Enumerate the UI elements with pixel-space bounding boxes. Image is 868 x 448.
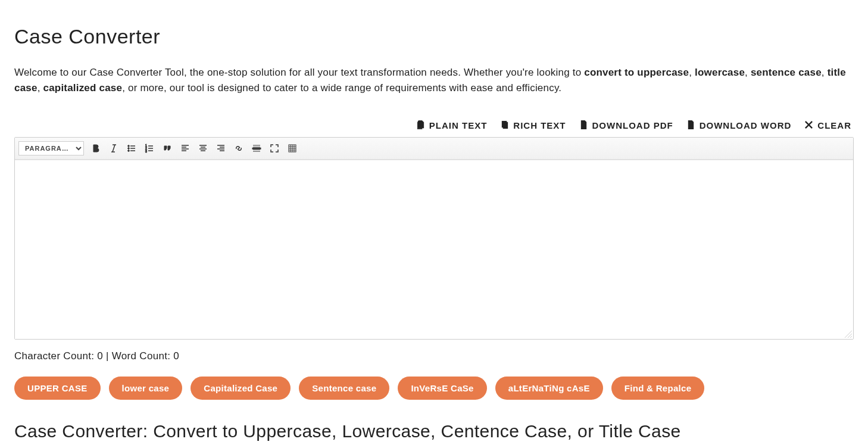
lower-case-button[interactable]: lower case — [109, 377, 183, 400]
align-center-button[interactable] — [197, 142, 209, 154]
intro-bold-lowercase: lowercase — [695, 67, 745, 78]
intro-bold-uppercase: convert to uppercase — [584, 67, 689, 78]
file-word-icon — [686, 120, 695, 131]
rich-text-label: RICH TEXT — [513, 120, 566, 130]
file-pdf-icon — [579, 120, 588, 131]
copy-icon — [500, 120, 509, 131]
char-count-value: 0 — [97, 350, 103, 362]
plain-text-label: PLAIN TEXT — [429, 120, 488, 130]
sub-heading: Case Converter: Convert to Uppercase, Lo… — [14, 421, 854, 441]
bold-button[interactable] — [90, 142, 102, 154]
svg-rect-1 — [419, 122, 423, 128]
download-word-button[interactable]: DOWNLOAD WORD — [686, 120, 792, 131]
svg-rect-3 — [503, 122, 508, 129]
hr-button[interactable] — [251, 142, 263, 154]
intro-bold-sentence: sentence case — [751, 67, 822, 78]
intro-sep: , — [822, 67, 828, 78]
page-title: Case Converter — [14, 25, 854, 48]
download-pdf-button[interactable]: DOWNLOAD PDF — [579, 120, 673, 131]
case-buttons-row: UPPER CASE lower case Capitalized Case S… — [14, 377, 854, 400]
find-replace-button[interactable]: Find & Repalce — [611, 377, 705, 400]
align-right-button[interactable] — [215, 142, 227, 154]
plain-text-button[interactable]: PLAIN TEXT — [416, 120, 488, 131]
intro-sep: , — [38, 82, 43, 94]
blockquote-button[interactable] — [161, 142, 173, 154]
editor-textarea[interactable] — [15, 160, 853, 339]
fullscreen-button[interactable] — [268, 142, 280, 154]
source-button[interactable] — [286, 142, 298, 154]
upper-case-button[interactable]: UPPER CASE — [14, 377, 101, 400]
download-word-label: DOWNLOAD WORD — [700, 120, 792, 130]
svg-point-6 — [128, 150, 130, 151]
top-actions-bar: PLAIN TEXT RICH TEXT DOWNLOAD PDF DOWNLO… — [14, 120, 854, 131]
intro-text: , or more, our tool is designed to cater… — [122, 82, 561, 94]
link-button[interactable] — [233, 142, 245, 154]
rich-text-button[interactable]: RICH TEXT — [500, 120, 566, 131]
intro-paragraph: Welcome to our Case Converter Tool, the … — [14, 65, 854, 97]
copy-icon — [416, 120, 425, 131]
svg-point-5 — [128, 147, 130, 149]
svg-rect-10 — [252, 148, 261, 149]
inverse-case-button[interactable]: InVeRsE CaSe — [398, 377, 486, 400]
resize-grip-icon[interactable] — [845, 331, 852, 338]
alternating-case-button[interactable]: aLtErNaTiNg cAsE — [495, 377, 603, 400]
sentence-case-button[interactable]: Sentence case — [299, 377, 389, 400]
intro-text: Welcome to our Case Converter Tool, the … — [14, 67, 584, 78]
char-count-label: Character Count: — [14, 350, 97, 362]
align-left-button[interactable] — [179, 142, 191, 154]
svg-text:3: 3 — [145, 150, 147, 153]
ordered-list-button[interactable]: 123 — [143, 142, 155, 154]
svg-point-4 — [128, 145, 130, 147]
intro-bold-capitalized: capitalized case — [43, 82, 122, 94]
word-count-value: 0 — [173, 350, 179, 362]
clear-button[interactable]: CLEAR — [804, 120, 851, 131]
counts-line: Character Count: 0 | Word Count: 0 — [14, 350, 854, 362]
capitalized-case-button[interactable]: Capitalized Case — [191, 377, 291, 400]
format-select[interactable]: PARAGRA… — [18, 141, 84, 155]
close-icon — [804, 120, 813, 131]
editor: PARAGRA… 123 — [14, 137, 854, 340]
intro-sep: , — [745, 67, 751, 78]
clear-label: CLEAR — [817, 120, 851, 130]
word-count-label: Word Count: — [112, 350, 173, 362]
download-pdf-label: DOWNLOAD PDF — [592, 120, 673, 130]
italic-button[interactable] — [108, 142, 120, 154]
count-sep: | — [103, 350, 112, 362]
unordered-list-button[interactable] — [126, 142, 138, 154]
editor-toolbar: PARAGRA… 123 — [15, 138, 853, 160]
intro-sep: , — [689, 67, 695, 78]
